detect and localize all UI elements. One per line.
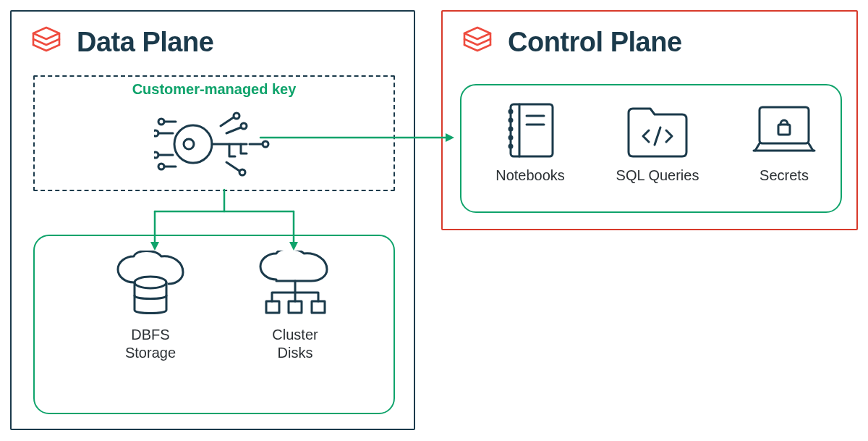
notebook-icon	[498, 98, 563, 164]
key-icon	[154, 104, 277, 184]
notebooks-item: Notebooks	[483, 98, 577, 185]
dbfs-storage-item: DBFS Storage	[85, 251, 216, 362]
control-plane-title: Control Plane	[508, 27, 682, 58]
dbfs-storage-label: DBFS Storage	[85, 326, 216, 362]
control-plane-header: Control Plane	[460, 25, 682, 59]
control-plane-box: Control Plane Notebooks	[441, 10, 858, 230]
svg-point-3	[154, 130, 158, 136]
arrow-key-to-control-plane	[260, 130, 456, 145]
databricks-logo-icon	[460, 25, 495, 59]
svg-point-6	[234, 113, 239, 119]
svg-point-5	[158, 164, 164, 169]
cloud-database-icon	[111, 251, 190, 323]
svg-point-7	[241, 123, 247, 129]
svg-marker-27	[150, 242, 159, 251]
svg-point-10	[135, 277, 166, 288]
svg-rect-21	[778, 125, 790, 135]
cluster-disks-label: Cluster Disks	[230, 326, 360, 362]
svg-rect-13	[312, 301, 325, 313]
svg-point-4	[154, 152, 158, 158]
code-folder-icon	[621, 98, 694, 164]
sql-queries-item: SQL Queries	[603, 98, 712, 185]
svg-marker-29	[289, 242, 298, 251]
data-plane-targets-box: DBFS Storage	[33, 235, 395, 414]
data-plane-header: Data Plane	[29, 25, 213, 59]
svg-point-9	[239, 169, 245, 175]
cluster-disks-item: Cluster Disks	[230, 251, 360, 362]
notebooks-label: Notebooks	[483, 167, 577, 185]
data-plane-title: Data Plane	[77, 27, 213, 58]
control-plane-targets-box: Notebooks SQL Queries	[460, 84, 842, 213]
secrets-item: Secrets	[741, 98, 827, 185]
svg-rect-14	[511, 104, 553, 156]
laptop-lock-icon	[748, 98, 820, 164]
sql-queries-label: SQL Queries	[603, 167, 712, 185]
svg-rect-11	[266, 301, 279, 313]
svg-point-2	[158, 119, 164, 125]
svg-point-1	[184, 139, 194, 149]
cloud-network-icon	[252, 251, 339, 323]
cmk-label: Customer-managed key	[35, 81, 393, 98]
svg-marker-23	[446, 133, 454, 142]
secrets-label: Secrets	[741, 167, 827, 185]
svg-rect-12	[289, 301, 302, 313]
arrow-key-to-dataplane-items	[130, 190, 318, 255]
databricks-logo-icon	[29, 25, 64, 59]
